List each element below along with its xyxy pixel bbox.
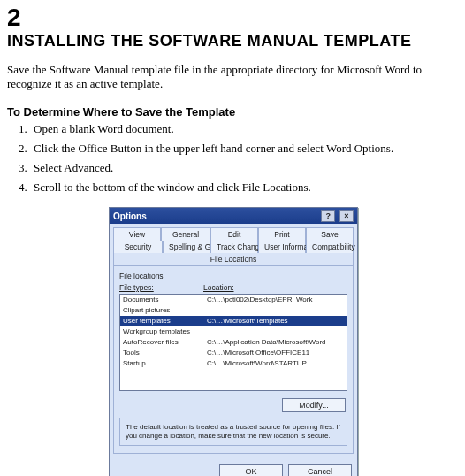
column-location: Location: xyxy=(203,283,234,292)
ok-button[interactable]: OK xyxy=(219,464,283,476)
list-item[interactable]: Documents C:\…\pcti002\Desktop\EPRI Work xyxy=(120,295,347,305)
file-types-listbox[interactable]: Documents C:\…\pcti002\Desktop\EPRI Work… xyxy=(119,294,347,391)
list-item[interactable]: Workgroup templates xyxy=(120,326,347,337)
tab-compatibility[interactable]: Compatibility xyxy=(306,241,354,253)
list-item[interactable]: Tools C:\…\Microsoft Office\OFFICE11 xyxy=(120,348,347,358)
step-item: Select Advanced. xyxy=(30,161,458,175)
tab-security[interactable]: Security xyxy=(113,241,163,253)
file-locations-panel: File locations File types: Location: Doc… xyxy=(113,265,354,454)
panel-title: File locations xyxy=(119,272,347,280)
list-item[interactable]: AutoRecover files C:\…\Application Data\… xyxy=(120,337,347,348)
column-file-types: File types: xyxy=(119,283,203,292)
tab-save[interactable]: Save xyxy=(306,227,354,241)
list-item-selected[interactable]: User templates C:\…\Microsoft\Templates xyxy=(120,316,347,326)
steps-list: Open a blank Word document. Click the Of… xyxy=(27,122,458,195)
step-item: Scroll to the bottom of the window and c… xyxy=(30,180,458,195)
tab-spelling-grammar[interactable]: Spelling & Grammar xyxy=(163,241,210,253)
modify-button[interactable]: Modify... xyxy=(282,398,346,412)
tab-file-locations[interactable]: File Locations xyxy=(113,253,354,265)
tab-general[interactable]: General xyxy=(161,227,210,241)
options-dialog: Options ? × View General Edit Print Save… xyxy=(109,207,358,476)
options-dialog-screenshot: Options ? × View General Edit Print Save… xyxy=(109,207,356,476)
intro-paragraph: Save the Software Manual template file i… xyxy=(7,63,449,91)
tab-edit[interactable]: Edit xyxy=(210,227,258,241)
dialog-title: Options xyxy=(113,211,147,221)
section-subhead: To Determine Where to Save the Template xyxy=(7,105,458,119)
cancel-button[interactable]: Cancel xyxy=(288,464,352,476)
dialog-tabs: View General Edit Print Save Security Sp… xyxy=(110,224,357,265)
list-item[interactable]: Startup C:\…\Microsoft\Word\STARTUP xyxy=(120,358,347,369)
dialog-titlebar: Options ? × xyxy=(110,208,357,224)
step-item: Click the Office Button in the upper lef… xyxy=(30,142,458,156)
tab-view[interactable]: View xyxy=(113,227,161,241)
security-hint: The default location is treated as a tru… xyxy=(119,418,347,446)
help-icon[interactable]: ? xyxy=(321,210,335,222)
tab-user-information[interactable]: User Information xyxy=(258,241,306,253)
tab-print[interactable]: Print xyxy=(258,227,306,241)
close-icon[interactable]: × xyxy=(339,210,354,222)
step-item: Open a blank Word document. xyxy=(30,122,458,136)
list-item[interactable]: Clipart pictures xyxy=(120,305,347,316)
page-title: INSTALLING THE SOFTWARE MANUAL TEMPLATE xyxy=(7,32,458,50)
tab-track-changes[interactable]: Track Changes xyxy=(210,241,258,253)
chapter-number: 2 xyxy=(7,5,458,30)
